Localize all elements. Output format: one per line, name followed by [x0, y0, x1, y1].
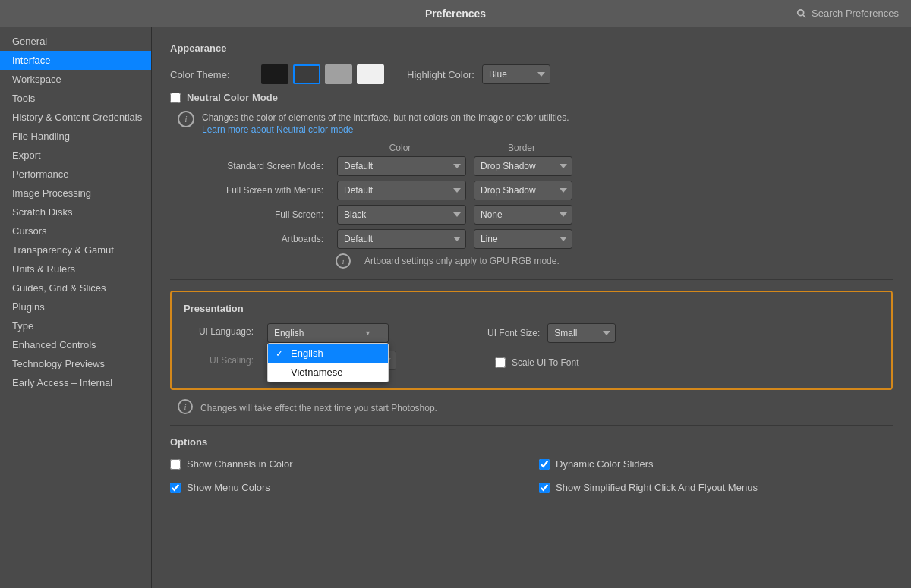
dynamic-sliders-label[interactable]: Dynamic Color Sliders — [556, 458, 654, 470]
sidebar-item-technology[interactable]: Technology Previews — [0, 354, 151, 373]
info-content: Changes the color of elements of the int… — [202, 111, 569, 135]
artboard-note: Artboard settings only apply to GPU RGB … — [364, 256, 560, 266]
color-col-label: Color — [336, 143, 465, 153]
ui-language-selected-value: English — [274, 328, 304, 338]
show-menu-colors-row: Show Menu Colors — [170, 482, 524, 493]
standard-screen-label: Standard Screen Mode: — [170, 161, 329, 171]
color-theme-row: Color Theme: Highlight Color: Blue Green… — [170, 64, 893, 84]
presentation-box: Presentation UI Language: English ▼ ✓ En… — [170, 291, 893, 390]
full-screen-menus-border-select[interactable]: Drop ShadowNoneLine — [474, 181, 572, 200]
show-simplified-label[interactable]: Show Simplified Right Click And Flyout M… — [556, 482, 758, 493]
show-simplified-row: Show Simplified Right Click And Flyout M… — [539, 482, 893, 493]
sidebar-item-units[interactable]: Units & Rulers — [0, 259, 151, 278]
divider-2 — [170, 425, 893, 426]
window-title: Preferences — [425, 8, 486, 20]
presentation-heading: Presentation — [184, 303, 879, 314]
artboards-row: Artboards: DefaultBlackWhiteGray LineDro… — [170, 229, 893, 249]
sidebar-item-general[interactable]: General — [0, 32, 151, 51]
svg-line-1 — [803, 14, 806, 17]
neutral-info-link[interactable]: Learn more about Neutral color mode — [202, 124, 569, 135]
ui-language-dropdown-wrapper: English ▼ ✓ English Vietnamese — [267, 323, 389, 343]
swatch-white[interactable] — [357, 64, 384, 84]
sidebar-item-transparency[interactable]: Transparency & Gamut — [0, 241, 151, 259]
highlight-color-label: Highlight Color: — [407, 69, 474, 80]
checkmark-icon: ✓ — [276, 348, 286, 359]
standard-screen-row: Standard Screen Mode: DefaultBlackWhiteG… — [170, 156, 893, 176]
ui-language-dropdown-menu: ✓ English Vietnamese — [267, 343, 389, 382]
sidebar: General Interface Workspace Tools Histor… — [0, 27, 152, 588]
swatch-darkgray[interactable] — [293, 64, 320, 84]
sidebar-item-image-processing[interactable]: Image Processing — [0, 184, 151, 203]
sidebar-item-plugins[interactable]: Plugins — [0, 297, 151, 316]
show-menu-colors-label[interactable]: Show Menu Colors — [187, 482, 270, 493]
changes-info-icon: i — [178, 399, 193, 414]
search-area[interactable]: Search Preferences — [796, 8, 899, 19]
neutral-color-checkbox[interactable] — [170, 93, 181, 103]
artboards-border-select[interactable]: LineDrop ShadowNone — [474, 229, 572, 249]
ui-font-size-label: UI Font Size: — [487, 328, 540, 338]
option-label-vietnamese: Vietnamese — [291, 366, 342, 378]
neutral-color-label[interactable]: Neutral Color Mode — [187, 92, 278, 103]
show-channels-checkbox[interactable] — [170, 459, 181, 470]
full-screen-row: Full Screen: BlackDefaultWhiteGray NoneD… — [170, 205, 893, 225]
swatch-lightgray[interactable] — [325, 64, 352, 84]
standard-screen-color-select[interactable]: DefaultBlackWhiteGray — [337, 156, 466, 176]
appearance-heading: Appearance — [170, 42, 893, 54]
show-simplified-checkbox[interactable] — [539, 483, 550, 493]
divider-1 — [170, 279, 893, 280]
font-size-row: UI Font Size: SmallMediumLarge — [487, 323, 616, 343]
changes-note-row: i Changes will take effect the next time… — [178, 399, 893, 414]
full-screen-menus-color-select[interactable]: DefaultBlackWhiteGray — [337, 181, 466, 200]
ui-language-option-english[interactable]: ✓ English — [268, 344, 388, 363]
sidebar-item-early-access[interactable]: Early Access – Internal — [0, 373, 151, 392]
sidebar-item-tools[interactable]: Tools — [0, 89, 151, 108]
artboard-info-icon: i — [336, 253, 351, 269]
ui-language-label: UI Language: — [184, 323, 260, 337]
sidebar-item-performance[interactable]: Performance — [0, 165, 151, 184]
border-col-label: Border — [472, 143, 571, 153]
ui-language-row: UI Language: English ▼ ✓ English — [184, 323, 879, 343]
sidebar-item-history[interactable]: History & Content Credentials — [0, 108, 151, 127]
sidebar-item-workspace[interactable]: Workspace — [0, 70, 151, 89]
sidebar-item-export[interactable]: Export — [0, 146, 151, 165]
sidebar-item-interface[interactable]: Interface — [0, 51, 151, 70]
ui-language-select-trigger[interactable]: English ▼ — [267, 323, 389, 343]
ui-font-size-select[interactable]: SmallMediumLarge — [547, 323, 616, 343]
svg-point-0 — [798, 9, 804, 15]
dynamic-sliders-checkbox[interactable] — [539, 459, 550, 470]
sidebar-item-guides[interactable]: Guides, Grid & Slices — [0, 278, 151, 297]
info-icon: i — [178, 111, 194, 127]
sidebar-item-enhanced[interactable]: Enhanced Controls — [0, 335, 151, 354]
options-heading: Options — [170, 436, 893, 448]
full-screen-label: Full Screen: — [170, 209, 329, 220]
sidebar-item-type[interactable]: Type — [0, 316, 151, 335]
sidebar-item-file-handling[interactable]: File Handling — [0, 127, 151, 146]
options-grid: Show Channels in Color Dynamic Color Sli… — [170, 458, 893, 499]
artboard-note-row: i Artboard settings only apply to GPU RG… — [336, 253, 893, 269]
standard-screen-border-select[interactable]: Drop ShadowNoneLine — [474, 156, 572, 176]
titlebar: Preferences Search Preferences — [0, 0, 911, 27]
scale-ui-checkbox[interactable] — [495, 357, 506, 368]
full-screen-border-select[interactable]: NoneDrop ShadowLine — [474, 205, 572, 225]
neutral-info-box: i Changes the color of elements of the i… — [170, 111, 893, 135]
neutral-color-row: Neutral Color Mode — [170, 92, 893, 103]
highlight-color-select[interactable]: Blue Green Red Orange — [482, 64, 550, 84]
show-menu-colors-checkbox[interactable] — [170, 483, 181, 493]
changes-note: Changes will take effect the next time y… — [200, 403, 437, 413]
artboards-color-select[interactable]: DefaultBlackWhiteGray — [337, 229, 466, 249]
main-layout: General Interface Workspace Tools Histor… — [0, 27, 911, 588]
sidebar-item-scratch-disks[interactable]: Scratch Disks — [0, 203, 151, 222]
color-swatches — [261, 64, 384, 84]
full-screen-color-select[interactable]: BlackDefaultWhiteGray — [337, 205, 466, 225]
show-channels-label[interactable]: Show Channels in Color — [187, 458, 292, 470]
sidebar-item-cursors[interactable]: Cursors — [0, 222, 151, 241]
ui-language-option-vietnamese[interactable]: Vietnamese — [268, 363, 388, 382]
artboards-label: Artboards: — [170, 234, 329, 244]
dropdown-chevron-icon: ▼ — [364, 329, 371, 337]
scale-ui-row: Scale UI To Font — [495, 357, 579, 368]
scale-ui-label[interactable]: Scale UI To Font — [512, 357, 579, 368]
option-label-english: English — [291, 347, 323, 359]
full-screen-menus-row: Full Screen with Menus: DefaultBlackWhit… — [170, 181, 893, 200]
dynamic-sliders-row: Dynamic Color Sliders — [539, 458, 893, 470]
swatch-black[interactable] — [261, 64, 288, 84]
